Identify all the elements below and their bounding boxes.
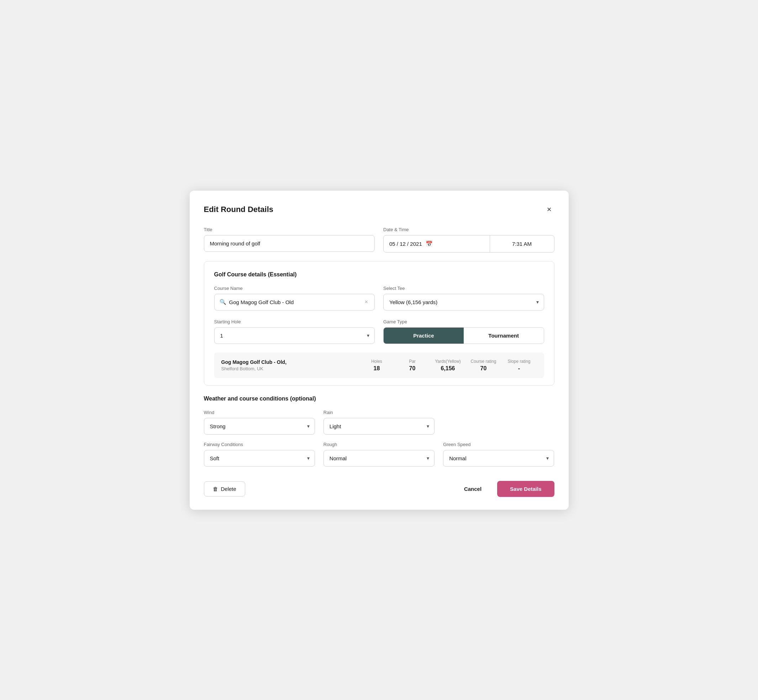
time-field[interactable]: 7:31 AM [490, 236, 554, 252]
title-label: Title [204, 227, 375, 232]
practice-button[interactable]: Practice [384, 328, 464, 344]
course-rating-value: 70 [481, 365, 487, 372]
wind-group: Wind NoneLightModerateStrong ▾ [204, 410, 315, 434]
title-input[interactable] [204, 235, 375, 252]
par-value: 70 [409, 365, 416, 372]
tournament-button[interactable]: Tournament [464, 328, 544, 344]
select-tee-group: Select Tee Yellow (6,156 yards) White (6… [383, 286, 544, 311]
date-time-field: 05 / 12 / 2021 📅 7:31 AM [383, 235, 554, 253]
yards-label: Yards(Yellow) [435, 359, 461, 364]
rough-select-wrap: SoftNormalHard ▾ [324, 450, 434, 467]
footer-right: Cancel Save Details [457, 481, 554, 497]
starting-hole-wrap: 1234 5678 910 ▾ [214, 327, 375, 344]
edit-round-modal: Edit Round Details × Title Date & Time 0… [190, 191, 568, 510]
starting-hole-label: Starting Hole [214, 319, 375, 324]
golf-course-title: Golf Course details (Essential) [214, 271, 544, 278]
wind-rain-row: Wind NoneLightModerateStrong ▾ Rain None… [204, 410, 554, 434]
holes-stat: Holes 18 [359, 359, 395, 372]
calendar-icon: 📅 [426, 241, 433, 247]
rain-spacer [443, 410, 554, 434]
footer-row: 🗑 Delete Cancel Save Details [204, 474, 554, 497]
wind-select-wrap: NoneLightModerateStrong ▾ [204, 418, 315, 434]
rough-dropdown[interactable]: SoftNormalHard [324, 450, 434, 466]
course-info-row: Gog Magog Golf Club - Old, Shelford Bott… [214, 353, 544, 378]
starting-hole-group: Starting Hole 1234 5678 910 ▾ [214, 319, 375, 344]
course-rating-label: Course rating [470, 359, 496, 364]
clear-course-button[interactable]: × [363, 297, 370, 306]
close-button[interactable]: × [544, 203, 554, 216]
game-type-toggle: Practice Tournament [383, 327, 544, 344]
modal-title: Edit Round Details [204, 205, 274, 214]
weather-title: Weather and course conditions (optional) [204, 395, 554, 402]
par-label: Par [409, 359, 416, 364]
date-field[interactable]: 05 / 12 / 2021 📅 [384, 236, 490, 252]
rain-label: Rain [324, 410, 434, 415]
game-type-label: Game Type [383, 319, 544, 324]
course-search-input[interactable] [229, 294, 363, 310]
rain-select-wrap: NoneLightModerateHeavy ▾ [324, 418, 434, 434]
course-info-name: Gog Magog Golf Club - Old, Shelford Bott… [221, 359, 359, 371]
course-name-label: Course Name [214, 286, 375, 291]
weather-section: Weather and course conditions (optional)… [204, 395, 554, 467]
rough-label: Rough [324, 442, 434, 447]
rain-group: Rain NoneLightModerateHeavy ▾ [324, 410, 434, 434]
yards-stat: Yards(Yellow) 6,156 [430, 359, 466, 372]
fairway-select-wrap: SoftNormalHard ▾ [204, 450, 315, 467]
green-speed-dropdown[interactable]: SlowNormalFast [443, 450, 554, 466]
trash-icon: 🗑 [213, 486, 218, 492]
fairway-label: Fairway Conditions [204, 442, 315, 447]
rain-dropdown[interactable]: NoneLightModerateHeavy [324, 418, 434, 434]
course-search-wrap: 🔍 × [214, 294, 375, 311]
fairway-rough-green-row: Fairway Conditions SoftNormalHard ▾ Roug… [204, 442, 554, 467]
delete-label: Delete [221, 486, 236, 492]
save-button[interactable]: Save Details [497, 481, 554, 497]
wind-dropdown[interactable]: NoneLightModerateStrong [204, 418, 315, 434]
date-value: 05 / 12 / 2021 [389, 241, 422, 247]
datetime-label: Date & Time [383, 227, 554, 232]
slope-rating-label: Slope rating [507, 359, 530, 364]
select-tee-dropdown[interactable]: Yellow (6,156 yards) White (6,500 yards)… [384, 294, 544, 310]
starting-hole-dropdown[interactable]: 1234 5678 910 [215, 328, 375, 344]
holes-value: 18 [374, 365, 380, 372]
game-type-group: Game Type Practice Tournament [383, 319, 544, 344]
course-tee-row: Course Name 🔍 × Select Tee Yellow (6,156… [214, 286, 544, 311]
select-tee-wrap: Yellow (6,156 yards) White (6,500 yards)… [383, 294, 544, 311]
slope-rating-value: - [518, 365, 520, 372]
fairway-dropdown[interactable]: SoftNormalHard [204, 450, 315, 466]
search-icon: 🔍 [219, 299, 226, 305]
course-name-bold: Gog Magog Golf Club - Old, [221, 359, 359, 365]
delete-button[interactable]: 🗑 Delete [204, 481, 245, 497]
title-group: Title [204, 227, 375, 253]
green-speed-group: Green Speed SlowNormalFast ▾ [443, 442, 554, 467]
wind-label: Wind [204, 410, 315, 415]
hole-gametype-row: Starting Hole 1234 5678 910 ▾ Game Type … [214, 319, 544, 344]
time-value: 7:31 AM [512, 241, 532, 247]
fairway-group: Fairway Conditions SoftNormalHard ▾ [204, 442, 315, 467]
modal-header: Edit Round Details × [204, 203, 554, 216]
cancel-button[interactable]: Cancel [457, 481, 489, 496]
course-rating-stat: Course rating 70 [466, 359, 501, 372]
course-name-group: Course Name 🔍 × [214, 286, 375, 311]
yards-value: 6,156 [440, 365, 455, 372]
select-tee-label: Select Tee [383, 286, 544, 291]
holes-label: Holes [371, 359, 382, 364]
course-location: Shelford Bottom, UK [221, 366, 359, 371]
green-speed-select-wrap: SlowNormalFast ▾ [443, 450, 554, 467]
datetime-group: Date & Time 05 / 12 / 2021 📅 7:31 AM [383, 227, 554, 253]
title-datetime-row: Title Date & Time 05 / 12 / 2021 📅 7:31 … [204, 227, 554, 253]
rough-group: Rough SoftNormalHard ▾ [324, 442, 434, 467]
golf-course-section: Golf Course details (Essential) Course N… [204, 261, 554, 386]
slope-rating-stat: Slope rating - [501, 359, 537, 372]
par-stat: Par 70 [395, 359, 430, 372]
green-speed-label: Green Speed [443, 442, 554, 447]
